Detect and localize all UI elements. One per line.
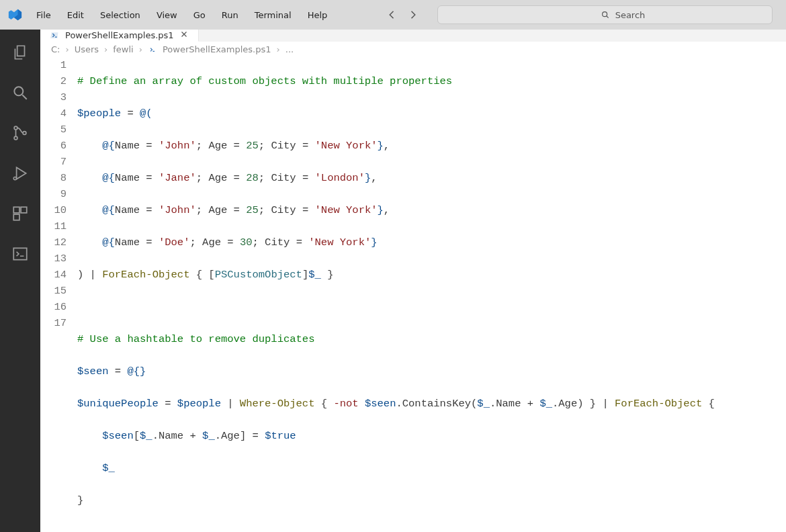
chevron-right-icon: ›: [104, 44, 107, 54]
close-icon[interactable]: [179, 30, 189, 41]
powershell-file-icon: [148, 45, 157, 54]
code-editor[interactable]: 123 456 789 101112 131415 1617 # Define …: [40, 57, 786, 532]
tab-bar: PowerShellExamples.ps1: [40, 30, 786, 42]
svg-point-4: [14, 126, 17, 130]
code-body[interactable]: # Define an array of custom objects with…: [77, 57, 786, 532]
crumb-user[interactable]: fewli: [113, 44, 133, 54]
run-debug-icon[interactable]: [7, 160, 34, 187]
editor-area: PowerShellExamples.ps1 C: › Users › fewl…: [40, 30, 786, 532]
svg-line-1: [606, 16, 608, 18]
tab-powershellexamples[interactable]: PowerShellExamples.ps1: [40, 30, 199, 42]
breadcrumb[interactable]: C: › Users › fewli › PowerShellExamples.…: [40, 42, 786, 57]
menu-terminal[interactable]: Terminal: [248, 6, 298, 24]
source-control-icon[interactable]: [7, 120, 34, 146]
powershell-file-icon: [50, 30, 60, 40]
crumb-users[interactable]: Users: [75, 44, 99, 54]
tab-label: PowerShellExamples.ps1: [65, 30, 174, 40]
extensions-icon[interactable]: [7, 200, 34, 227]
explorer-icon[interactable]: [7, 39, 34, 66]
panel-terminal-icon[interactable]: [7, 240, 34, 267]
search-icon[interactable]: [7, 79, 34, 106]
crumb-drive[interactable]: C:: [51, 44, 60, 54]
crumb-file[interactable]: PowerShellExamples.ps1: [163, 44, 271, 54]
menu-run[interactable]: Run: [215, 6, 245, 24]
svg-point-5: [14, 136, 17, 140]
svg-point-2: [14, 87, 23, 95]
svg-rect-10: [13, 214, 19, 220]
crumb-more[interactable]: ...: [286, 44, 294, 54]
svg-line-3: [22, 95, 27, 99]
menu-selection[interactable]: Selection: [93, 6, 147, 24]
svg-rect-8: [13, 207, 19, 213]
chevron-right-icon: ›: [277, 44, 280, 54]
chevron-right-icon: ›: [139, 44, 142, 54]
global-search[interactable]: Search: [437, 5, 773, 24]
svg-point-6: [23, 132, 26, 135]
menu-view[interactable]: View: [150, 6, 184, 24]
menu-help[interactable]: Help: [301, 6, 335, 24]
svg-rect-9: [21, 207, 27, 213]
svg-point-7: [13, 177, 16, 179]
app-logo: [5, 5, 24, 24]
svg-rect-11: [13, 248, 27, 259]
menu-go[interactable]: Go: [187, 6, 212, 24]
menu-file[interactable]: File: [30, 6, 58, 24]
activity-bar: [0, 30, 40, 532]
nav-forward[interactable]: [404, 6, 421, 24]
search-placeholder: Search: [615, 10, 764, 20]
title-bar: File Edit Selection View Go Run Terminal…: [0, 0, 786, 30]
chevron-right-icon: ›: [65, 44, 69, 54]
menu-edit[interactable]: Edit: [60, 6, 91, 24]
svg-point-0: [602, 12, 607, 17]
nav-back[interactable]: [384, 6, 401, 24]
line-gutter: 123 456 789 101112 131415 1617: [40, 57, 77, 532]
